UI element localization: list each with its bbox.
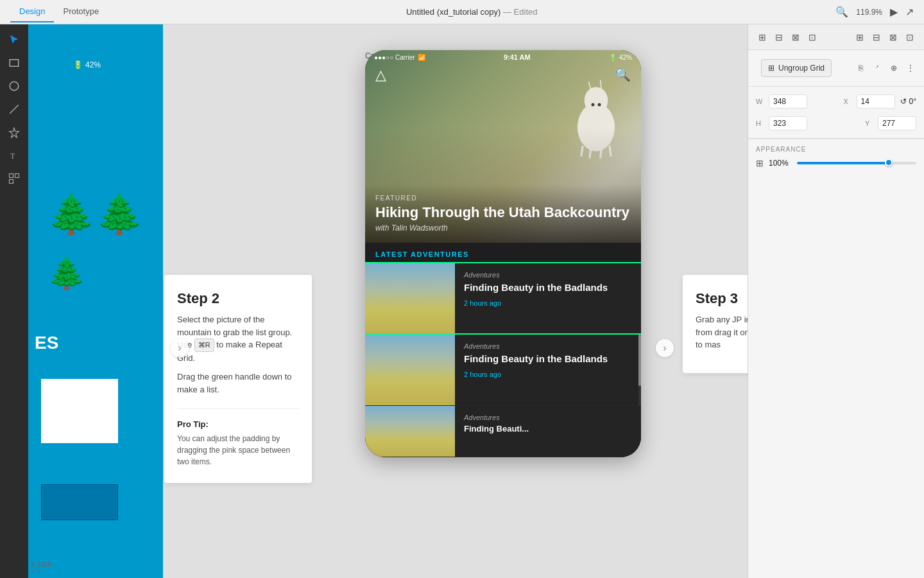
blue-rect xyxy=(41,484,118,520)
height-input[interactable] xyxy=(769,116,807,130)
scrollbar-thumb[interactable] xyxy=(638,335,641,386)
top-bar-actions: 🔍 119.9% ▶ ↗ xyxy=(835,6,914,18)
copy-icon[interactable]: ⎘ xyxy=(853,61,868,75)
artboard-tool[interactable] xyxy=(4,168,24,189)
pen-tool[interactable] xyxy=(4,122,24,143)
svg-point-11 xyxy=(592,103,595,107)
hero-subtitle: with Talin Wadsworth xyxy=(375,223,631,232)
height-row: H Y xyxy=(748,112,924,134)
width-input[interactable] xyxy=(769,94,807,109)
ungroup-grid-button[interactable]: ⊞ Ungroup Grid xyxy=(761,59,832,77)
w-label: W xyxy=(756,98,764,105)
width-row: W X ↺ 0° xyxy=(748,91,924,112)
x-input[interactable] xyxy=(857,94,895,109)
search-icon[interactable]: 🔍 xyxy=(835,6,848,18)
duplicate-icon[interactable]: ⊕ xyxy=(887,61,901,75)
opacity-row: ⊞ 100% xyxy=(756,158,916,168)
phone-status-bar: ●●●○○ Carrier 📶 9:41 AM 🔋 42% xyxy=(365,50,641,64)
phone-nav-bar: △ 🔍 xyxy=(365,67,641,83)
ellipse-tool[interactable] xyxy=(4,76,24,96)
right-panel: ⊞ ⊟ ⊠ ⊡ ⊞ ⊟ ⊠ ⊡ ⊞ Ungroup Grid ⎘ ⎖ ⊕ ⋮ xyxy=(748,24,924,578)
svg-rect-5 xyxy=(15,174,19,178)
phone-hero: ●●●○○ Carrier 📶 9:41 AM 🔋 42% △ 🔍 xyxy=(365,50,641,243)
list-item-thumbnail xyxy=(365,335,455,405)
text-tool[interactable]: T xyxy=(4,145,24,166)
item-category: Adventures xyxy=(464,271,632,279)
phone-mockup: ●●●○○ Carrier 📶 9:41 AM 🔋 42% △ 🔍 xyxy=(365,50,641,457)
appearance-label: APPEARANCE xyxy=(756,146,916,153)
zoom-level[interactable]: 119.9% xyxy=(856,8,882,17)
thumbnail-image xyxy=(365,263,455,334)
panel-text: ES xyxy=(28,333,65,353)
keyboard-shortcut: ⌘R xyxy=(194,338,214,352)
list-item[interactable]: Adventures Finding Beauty in the Badland… xyxy=(365,335,641,406)
align-right-icon[interactable]: ⊠ xyxy=(788,30,803,45)
step3-card: Step 3 Grab any JP image from drag it on… xyxy=(683,275,748,373)
svg-point-1 xyxy=(10,82,19,91)
list-item[interactable]: Adventures Finding Beauty in the Badland… xyxy=(365,263,641,335)
list-item[interactable]: Adventures Finding Beauti... xyxy=(365,406,641,457)
copy-icons: ⎘ ⎖ ⊕ ⋮ xyxy=(853,61,918,75)
step3-desc: Grab any JP image from drag it onto circ… xyxy=(696,313,748,351)
step2-title: Step 2 xyxy=(177,290,299,307)
status-time: 9:41 AM xyxy=(504,53,531,61)
paste-icon[interactable]: ⎖ xyxy=(870,61,884,75)
phone-list-section: LATEST ADVENTURES Adventures Finding Bea… xyxy=(365,243,641,457)
y-input[interactable] xyxy=(878,116,916,130)
featured-badge: FEATURED xyxy=(375,195,631,202)
left-toolbar: T xyxy=(0,24,28,578)
svg-rect-0 xyxy=(10,60,19,67)
list-item-content: Adventures Finding Beauty in the Badland… xyxy=(455,335,641,405)
status-battery: 🔋 42% xyxy=(609,54,632,61)
status-carrier: ●●●○○ Carrier 📶 xyxy=(374,54,425,61)
align-top-icon[interactable]: ⊡ xyxy=(805,30,820,45)
align-left-icon[interactable]: ⊞ xyxy=(755,30,770,45)
select-tool[interactable] xyxy=(4,30,24,50)
tab-prototype[interactable]: Prototype xyxy=(54,1,108,22)
distribute-eq-icon[interactable]: ⊠ xyxy=(886,30,901,45)
pro-tip-title: Pro Tip: xyxy=(177,419,299,429)
distribute-h-icon[interactable]: ⊞ xyxy=(852,30,868,45)
rectangle-tool[interactable] xyxy=(4,53,24,73)
ungroup-grid-row: ⊞ Ungroup Grid ⎘ ⎖ ⊕ ⋮ xyxy=(748,50,924,87)
opacity-slider[interactable] xyxy=(797,162,916,164)
more-icon[interactable]: ⋮ xyxy=(903,61,918,75)
h-label: H xyxy=(756,119,764,127)
svg-text:T: T xyxy=(10,152,15,161)
blue-panel: 🔋 42% 🌲🌲 🌲 ES X 1225 Y 6 xyxy=(28,24,163,578)
play-icon[interactable]: ▶ xyxy=(890,6,898,18)
rotation-field: ↺ 0° xyxy=(900,97,916,106)
top-bar: Design Prototype Untitled (xd_tutorial c… xyxy=(0,0,924,24)
nav-prev-arrow[interactable]: › xyxy=(171,339,189,357)
nav-tabs: Design Prototype xyxy=(10,1,108,22)
main-area: T 🔋 42% 🌲🌲 🌲 ES X 1225 Y 6 Campvibes - H… xyxy=(0,24,924,578)
item-time: 2 hours ago xyxy=(464,299,632,307)
svg-line-2 xyxy=(10,105,19,114)
pro-tip-text: You can adjust the padding by dragging t… xyxy=(177,433,299,468)
align-center-h-icon[interactable]: ⊟ xyxy=(771,30,787,45)
svg-rect-6 xyxy=(10,180,13,184)
line-tool[interactable] xyxy=(4,99,24,119)
scrollbar[interactable] xyxy=(638,335,641,405)
panel-status: 🔋 42% xyxy=(73,60,101,69)
canvas-area: 🔋 42% 🌲🌲 🌲 ES X 1225 Y 6 Campvibes - Hom… xyxy=(28,24,748,578)
search-button[interactable]: 🔍 xyxy=(615,67,631,83)
distribute-v-icon[interactable]: ⊟ xyxy=(869,30,884,45)
item-category: Adventures xyxy=(464,414,632,421)
item-time: 2 hours ago xyxy=(464,371,632,378)
opacity-value: 100% xyxy=(769,159,792,168)
list-item-thumbnail xyxy=(365,406,455,457)
svg-point-12 xyxy=(598,103,601,107)
tab-design[interactable]: Design xyxy=(10,1,54,22)
list-item-content: Adventures Finding Beauti... xyxy=(455,406,641,457)
appearance-section: APPEARANCE ⊞ 100% xyxy=(748,139,924,175)
coords-label: X 1225 Y 6 xyxy=(31,561,51,575)
nav-next-arrow[interactable]: › xyxy=(656,339,674,357)
hero-overlay: FEATURED Hiking Through the Utah Backcou… xyxy=(365,184,641,243)
trees-icon: 🌲🌲 xyxy=(47,191,144,237)
opacity-thumb[interactable] xyxy=(885,159,893,166)
share-icon[interactable]: ↗ xyxy=(905,6,914,18)
svg-point-8 xyxy=(585,87,608,114)
distribute-gap-icon[interactable]: ⊡ xyxy=(902,30,918,45)
list-item-thumbnail xyxy=(365,263,455,334)
